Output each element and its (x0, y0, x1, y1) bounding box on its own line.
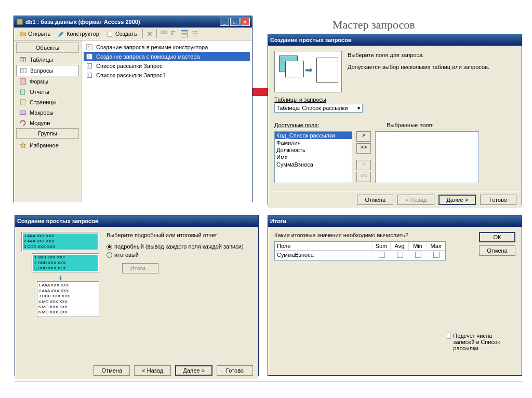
col-min: Min (409, 242, 427, 250)
query-file-icon (86, 72, 93, 79)
design-icon (58, 30, 65, 37)
add-all-button[interactable]: >> (356, 143, 371, 154)
available-label: Доступные поля: (274, 122, 319, 128)
sidebar-item-tables[interactable]: Таблицы (16, 54, 79, 65)
count-records-checkbox[interactable]: Подсчет числа записей в Список рассылки (447, 333, 514, 351)
finish-button[interactable]: Готово (480, 195, 516, 205)
field-item[interactable]: Должность (275, 146, 352, 154)
cancel-button[interactable]: Отмена (94, 365, 130, 376)
add-one-button[interactable]: > (356, 131, 371, 142)
field-item[interactable]: СуммаВзноса (275, 161, 352, 168)
list-item[interactable]: Список рассылки Запрос1 (84, 71, 250, 80)
close-button[interactable]: × (241, 18, 250, 26)
radio-summary[interactable]: итоговый (107, 252, 252, 258)
finish-button[interactable]: Готово (217, 365, 253, 376)
field-item[interactable]: Имя (275, 154, 352, 161)
list-item[interactable]: Создание запроса в режиме конструктора (84, 43, 250, 52)
divider (15, 381, 523, 382)
svg-rect-19 (88, 73, 89, 78)
cancel-button[interactable]: Отмена (479, 245, 515, 256)
db-icon (16, 18, 23, 25)
maximize-button[interactable]: □ (230, 18, 240, 26)
decorative-red-bar (251, 88, 269, 96)
svg-rect-9 (22, 68, 24, 73)
tables-label: Таблицы и запросы (274, 97, 515, 103)
field-item[interactable]: Фамилия (275, 139, 352, 146)
page-title: Мастер запросов (332, 18, 415, 32)
col-sum: Sum (373, 242, 391, 250)
toolbar: Открыть Конструктор Создать (14, 28, 252, 40)
module-icon (19, 119, 26, 127)
table-combo[interactable]: Таблица: Список рассылки▾ (274, 104, 363, 113)
checkbox-avg[interactable] (397, 252, 403, 258)
query-list: Создание запроса в режиме конструктора С… (82, 40, 252, 202)
svg-rect-3 (164, 31, 166, 33)
view-small-icon[interactable] (170, 30, 178, 37)
row-field-name: СуммаВзноса (275, 251, 373, 260)
sidebar-item-forms[interactable]: Формы (16, 76, 79, 87)
delete-icon[interactable] (146, 30, 153, 37)
titlebar[interactable]: Создание простых запросов (268, 34, 522, 46)
sidebar-header-objects: Объекты (16, 43, 79, 53)
radio-icon (107, 244, 112, 250)
new-icon (107, 30, 114, 37)
design-button[interactable]: Конструктор (56, 29, 101, 38)
next-button[interactable]: Далее > (175, 365, 212, 376)
remove-all-button[interactable]: << (356, 172, 371, 182)
open-button[interactable]: Открыть (17, 29, 52, 38)
svg-rect-10 (20, 79, 26, 85)
create-button[interactable]: Создать (104, 29, 139, 38)
ok-button[interactable]: ОК (479, 232, 515, 242)
window-title: Итоги (270, 218, 286, 224)
selected-fields-list[interactable] (375, 131, 479, 183)
svg-rect-13 (20, 111, 26, 115)
view-list-icon[interactable] (181, 30, 188, 37)
back-button[interactable]: < Назад (134, 365, 171, 376)
open-icon (19, 30, 26, 37)
sidebar-header-groups: Группы (16, 128, 79, 139)
view-detail-icon[interactable] (191, 30, 198, 37)
sidebar-item-modules[interactable]: Модули (16, 118, 79, 128)
prompt-text: Выберите подробный или итоговый отчет: (107, 232, 252, 238)
checkbox-min[interactable] (415, 252, 421, 258)
summary-options-button: Итоги... (122, 263, 158, 273)
query-file-icon (86, 62, 93, 70)
radio-detail[interactable]: подробный (вывод каждого поля каждой зап… (107, 243, 252, 250)
sidebar-item-favorites[interactable]: Избранное (16, 140, 79, 150)
window-title: db1 : база данных (формат Access 2000) (25, 19, 140, 25)
prompt-text: Какие итоговые значения необходимо вычис… (274, 232, 479, 238)
illustration: 1 AAA XXX XXX2 AAA XXX XXX3 CCC XXX XXX … (21, 232, 99, 319)
wizard-icon (86, 44, 93, 51)
sidebar-item-macros[interactable]: Макросы (16, 107, 79, 118)
sidebar-item-reports[interactable]: Отчеты (16, 87, 79, 97)
checkbox-max[interactable] (433, 252, 440, 258)
field-item[interactable]: Код_Список рассылки (275, 132, 352, 139)
query-icon (20, 67, 27, 74)
totals-table: Поле Sum Avg Min Max СуммаВзноса (274, 241, 446, 260)
minimize-button[interactable]: _ (220, 18, 229, 26)
report-icon (19, 88, 26, 95)
titlebar[interactable]: db1 : база данных (формат Access 2000) _… (14, 16, 252, 28)
selected-label: Выбранные поля: (387, 122, 433, 128)
wizard-report-type-dialog: Создание простых запросов 1 AAA XXX XXX2… (15, 215, 259, 376)
remove-one-button[interactable]: < (356, 160, 371, 170)
svg-rect-11 (21, 89, 25, 95)
svg-rect-0 (17, 19, 23, 25)
view-large-icon[interactable] (160, 30, 167, 37)
available-fields-list[interactable]: Код_Список рассылки Фамилия Должность Им… (274, 131, 352, 183)
titlebar[interactable]: Итоги (268, 215, 522, 227)
illustration: ➡ (274, 51, 342, 92)
sidebar-item-pages[interactable]: Страницы (16, 97, 79, 107)
titlebar[interactable]: Создание простых запросов (15, 215, 258, 227)
radio-icon (107, 252, 112, 258)
list-item[interactable]: Список рассылки Запрос (84, 61, 250, 71)
svg-rect-6 (171, 33, 172, 35)
list-item[interactable]: Создание запроса с помощью мастера (84, 52, 250, 61)
sidebar-item-queries[interactable]: Запросы (16, 65, 79, 76)
table-icon (19, 56, 26, 63)
checkbox-sum[interactable] (379, 252, 385, 258)
cancel-button[interactable]: Отмена (357, 195, 393, 205)
macro-icon (19, 109, 26, 116)
back-button: < Назад (397, 195, 434, 205)
next-button[interactable]: Далее > (438, 195, 476, 205)
